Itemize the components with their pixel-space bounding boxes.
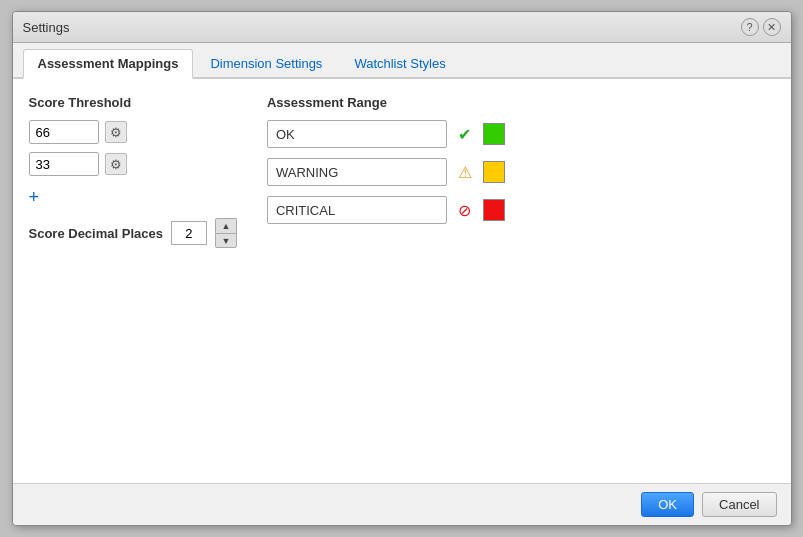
threshold-row-2: ⚙ <box>29 152 237 176</box>
gear-button-1[interactable]: ⚙ <box>105 121 127 143</box>
critical-color-swatch[interactable] <box>483 199 505 221</box>
warning-color-swatch[interactable] <box>483 161 505 183</box>
footer: OK Cancel <box>13 483 791 525</box>
assessment-row-warning: ⚠ <box>267 158 775 186</box>
tab-watchlist-styles[interactable]: Watchlist Styles <box>339 49 460 77</box>
assessment-input-ok[interactable] <box>267 120 447 148</box>
assessment-range-label: Assessment Range <box>267 95 775 110</box>
title-bar: Settings ? ✕ <box>13 12 791 43</box>
right-column: Assessment Range ✔ ⚠ ⊘ <box>267 95 775 248</box>
tab-assessment-mappings[interactable]: Assessment Mappings <box>23 49 194 79</box>
assessment-input-warning[interactable] <box>267 158 447 186</box>
left-column: Score Threshold ⚙ ⚙ + Score Decimal Plac… <box>29 95 237 248</box>
threshold-input-1[interactable] <box>29 120 99 144</box>
cancel-button[interactable]: Cancel <box>702 492 776 517</box>
assessment-row-ok: ✔ <box>267 120 775 148</box>
warning-icon: ⚠ <box>455 162 475 182</box>
help-button[interactable]: ? <box>741 18 759 36</box>
ok-color-swatch[interactable] <box>483 123 505 145</box>
add-threshold-button[interactable]: + <box>29 188 40 206</box>
content-area: Score Threshold ⚙ ⚙ + Score Decimal Plac… <box>13 79 791 483</box>
decimal-input[interactable] <box>171 221 207 245</box>
tab-dimension-settings[interactable]: Dimension Settings <box>195 49 337 77</box>
ok-button[interactable]: OK <box>641 492 694 517</box>
spin-buttons: ▲ ▼ <box>215 218 237 248</box>
spin-down-button[interactable]: ▼ <box>215 233 237 248</box>
dialog-title: Settings <box>23 20 70 35</box>
threshold-row-1: ⚙ <box>29 120 237 144</box>
critical-icon: ⊘ <box>455 200 475 220</box>
spin-up-button[interactable]: ▲ <box>215 218 237 233</box>
decimal-label: Score Decimal Places <box>29 226 163 241</box>
tab-bar: Assessment Mappings Dimension Settings W… <box>13 43 791 79</box>
settings-dialog: Settings ? ✕ Assessment Mappings Dimensi… <box>12 11 792 526</box>
decimal-row: Score Decimal Places ▲ ▼ <box>29 218 237 248</box>
ok-icon: ✔ <box>455 124 475 144</box>
threshold-input-2[interactable] <box>29 152 99 176</box>
score-threshold-label: Score Threshold <box>29 95 237 110</box>
assessment-input-critical[interactable] <box>267 196 447 224</box>
assessment-row-critical: ⊘ <box>267 196 775 224</box>
close-button[interactable]: ✕ <box>763 18 781 36</box>
title-bar-buttons: ? ✕ <box>741 18 781 36</box>
gear-button-2[interactable]: ⚙ <box>105 153 127 175</box>
main-area: Score Threshold ⚙ ⚙ + Score Decimal Plac… <box>29 95 775 248</box>
